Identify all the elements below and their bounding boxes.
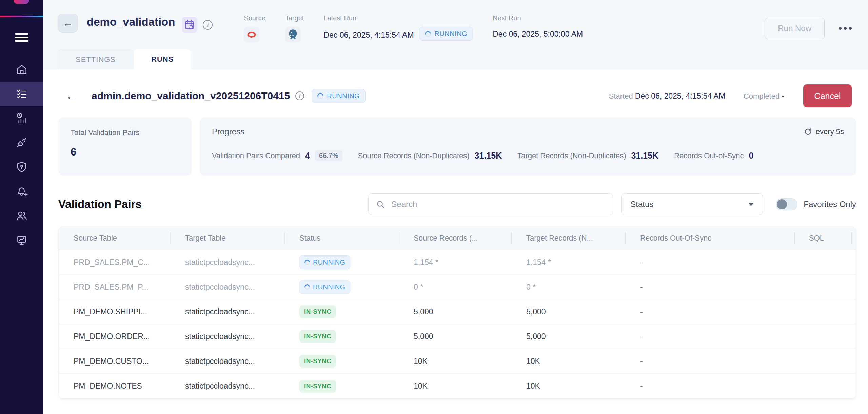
favorites-label: Favorites Only: [804, 200, 856, 209]
status-badge: RUNNING: [299, 255, 350, 269]
table-header-row: Source Table Target Table Status Source …: [59, 226, 856, 250]
run-now-button[interactable]: Run Now: [765, 18, 825, 39]
search-icon: [376, 200, 385, 209]
spinner-icon: [316, 91, 325, 100]
more-options-icon[interactable]: [839, 27, 852, 30]
main-area: ← demo_validation i Source Target: [43, 0, 868, 414]
hamburger-icon[interactable]: [15, 33, 28, 42]
users-icon: [15, 209, 28, 223]
validation-pairs-table: Source Table Target Table Status Source …: [58, 226, 856, 399]
pairs-title: Validation Pairs: [58, 198, 142, 211]
sidebar-item-home[interactable]: [0, 57, 43, 82]
run-title: admin.demo_validation_v20251206T0415: [92, 90, 290, 102]
sidebar-item-metrics[interactable]: [0, 106, 43, 130]
table-row[interactable]: PM_DEMO.SHIPPI... statictpccloadsync... …: [59, 299, 856, 324]
progress-label: Progress: [212, 127, 244, 137]
status-badge: IN-SYNC: [299, 355, 336, 368]
header-meta: Source Target Latest Run Dec 06, 2025, 4…: [244, 14, 583, 42]
chevron-down-icon: [748, 203, 754, 206]
sidebar-item-users[interactable]: [0, 204, 43, 228]
spinner-icon: [303, 258, 311, 266]
refresh-icon: [804, 127, 812, 136]
pairs-section-header: Validation Pairs Status Favorites Only: [43, 193, 868, 215]
checklist-icon: [15, 87, 28, 101]
plug-icon: [15, 136, 28, 149]
source-label: Source: [244, 14, 265, 22]
content-panel: ← admin.demo_validation_v20251206T0415 i…: [43, 69, 868, 414]
tab-bar: SETTINGS RUNS: [58, 49, 868, 69]
total-pairs-card: Total Validation Pairs 6: [58, 118, 192, 176]
sidebar-item-connections[interactable]: [0, 130, 43, 155]
back-button[interactable]: ←: [58, 14, 78, 33]
col-target-records[interactable]: Target Records (N...: [511, 226, 625, 250]
table-row[interactable]: PM_DEMO.NOTES statictpccloadsync... IN-S…: [59, 374, 856, 398]
search-input[interactable]: [391, 200, 605, 209]
sidebar-item-alerts[interactable]: [0, 179, 43, 204]
clock-chart-icon: [15, 111, 28, 125]
target-group: Target: [285, 14, 304, 42]
bell-plus-icon: [15, 185, 28, 198]
info-icon[interactable]: i: [203, 20, 213, 30]
search-input-wrapper: [368, 193, 613, 215]
percent-badge: 66.7%: [315, 150, 342, 161]
brand-logo: [14, 0, 29, 4]
col-sql[interactable]: SQL: [794, 226, 852, 250]
col-source-table[interactable]: Source Table: [59, 226, 170, 250]
table-body: PRD_SALES.PM_C... statictpccloadsync... …: [59, 250, 856, 398]
refresh-interval: every 5s: [804, 127, 844, 136]
table-row[interactable]: PRD_SALES.PM_C... statictpccloadsync... …: [59, 250, 856, 275]
metric-target-records: Target Records (Non-Duplicates) 31.15K: [517, 151, 658, 161]
metric-out-of-sync: Records Out-of-Sync 0: [674, 151, 753, 161]
metric-source-records: Source Records (Non-Duplicates) 31.15K: [358, 151, 502, 161]
stats-row: Total Validation Pairs 6 Progress every …: [43, 118, 868, 176]
next-run-label: Next Run: [493, 14, 583, 22]
table-row[interactable]: PRD_SALES.PM_P... statictpccloadsync... …: [59, 275, 856, 299]
spinner-icon: [424, 29, 432, 38]
run-status-badge: RUNNING: [312, 89, 366, 103]
next-run-group: Next Run Dec 06, 2025, 5:00:00 AM: [493, 14, 583, 42]
total-pairs-value: 6: [71, 146, 179, 158]
next-run-value: Dec 06, 2025, 5:00:00 AM: [493, 29, 583, 39]
started-info: Started Dec 06, 2025, 4:15:54 AM: [609, 91, 725, 101]
col-source-records[interactable]: Source Records (...: [399, 226, 511, 250]
metric-pairs-compared: Validation Pairs Compared 4 66.7%: [212, 150, 342, 161]
status-badge: IN-SYNC: [299, 380, 336, 393]
page-title: demo_validation: [87, 16, 175, 28]
latest-run-status-badge: RUNNING: [419, 27, 473, 41]
sidebar-item-security[interactable]: [0, 155, 43, 179]
favorites-toggle[interactable]: [776, 198, 797, 210]
col-out-of-sync[interactable]: Records Out-Of-Sync: [625, 226, 794, 250]
monitor-icon: [15, 233, 28, 247]
latest-run-value: Dec 06, 2025, 4:15:54 AM: [323, 30, 414, 40]
target-label: Target: [285, 14, 304, 22]
latest-run-label: Latest Run: [323, 14, 473, 22]
sidebar: [0, 0, 43, 414]
source-group: Source: [244, 14, 265, 42]
status-filter-select[interactable]: Status: [621, 193, 763, 215]
tab-settings[interactable]: SETTINGS: [58, 49, 134, 69]
table-row[interactable]: PM_DEMO.CUSTO... statictpccloadsync... I…: [59, 349, 856, 374]
status-badge: IN-SYNC: [299, 330, 336, 343]
col-extra: [852, 226, 856, 250]
postgresql-icon: [285, 27, 301, 42]
progress-card: Progress every 5s Validation Pairs Compa…: [200, 118, 856, 176]
shield-icon: [15, 160, 28, 174]
schedule-calendar-icon[interactable]: [182, 17, 197, 33]
sidebar-accent-divider: [0, 16, 43, 17]
status-badge: RUNNING: [299, 280, 350, 294]
col-status[interactable]: Status: [284, 226, 399, 250]
total-pairs-label: Total Validation Pairs: [71, 128, 179, 137]
home-icon: [15, 63, 28, 76]
sidebar-item-monitoring[interactable]: [0, 228, 43, 252]
sidebar-item-validations[interactable]: [0, 82, 43, 106]
table-row[interactable]: PM_DEMO.ORDER... statictpccloadsync... I…: [59, 324, 856, 349]
sidebar-nav: [0, 57, 43, 252]
run-back-arrow-icon[interactable]: ←: [66, 90, 77, 102]
cancel-button[interactable]: Cancel: [803, 84, 852, 107]
page-header: ← demo_validation i Source Target: [43, 0, 868, 49]
run-header: ← admin.demo_validation_v20251206T0415 i…: [43, 69, 868, 107]
run-info-icon[interactable]: i: [295, 91, 304, 100]
col-target-table[interactable]: Target Table: [170, 226, 284, 250]
oracle-icon: [244, 27, 259, 42]
tab-runs[interactable]: RUNS: [134, 49, 191, 69]
